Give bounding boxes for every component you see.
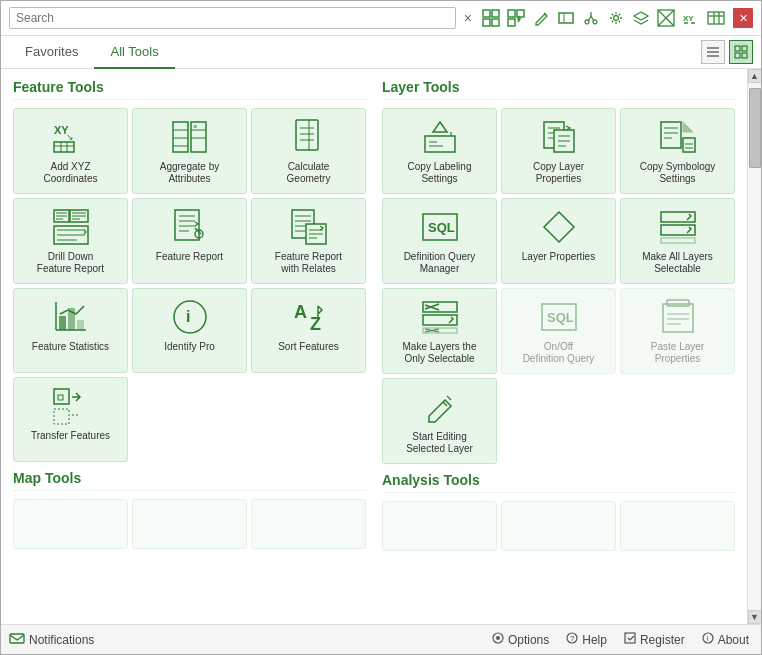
map-tool-placeholder-2[interactable] bbox=[132, 499, 247, 549]
svg-rect-69 bbox=[661, 122, 681, 148]
tool-feature-report-relates[interactable]: Feature Reportwith Relates bbox=[251, 198, 366, 284]
feature-stats-icon bbox=[51, 297, 91, 337]
svg-text:i: i bbox=[706, 634, 708, 643]
aggregate-label: Aggregate byAttributes bbox=[160, 161, 220, 185]
tool-layer-properties[interactable]: Layer Properties bbox=[501, 198, 616, 284]
tab-all-tools[interactable]: All Tools bbox=[94, 36, 174, 69]
svg-rect-63 bbox=[58, 395, 63, 400]
layers-toolbar-icon[interactable] bbox=[630, 7, 652, 29]
analysis-tool-placeholder-3[interactable] bbox=[620, 501, 735, 551]
transfer-features-label: Transfer Features bbox=[31, 430, 110, 442]
scroll-down-arrow[interactable]: ▼ bbox=[748, 610, 762, 624]
cross-toolbar-icon[interactable] bbox=[655, 7, 677, 29]
tool-sort-features[interactable]: A Z Sort Features bbox=[251, 288, 366, 373]
make-only-selectable-label: Make Layers theOnly Selectable bbox=[403, 341, 477, 365]
tool-copy-layer-props[interactable]: Copy LayerProperties bbox=[501, 108, 616, 194]
feature-tools-col: Feature Tools XY ↘ bbox=[13, 79, 366, 559]
make-only-selectable-icon bbox=[420, 297, 460, 337]
svg-rect-33 bbox=[173, 122, 188, 152]
svg-rect-6 bbox=[508, 19, 515, 26]
notifications-label[interactable]: Notifications bbox=[29, 633, 94, 647]
paste-layer-props-label: Paste LayerProperties bbox=[651, 341, 704, 365]
layer-tools-col: Layer Tools bbox=[382, 79, 735, 559]
scissors-toolbar-icon[interactable] bbox=[580, 7, 602, 29]
paste-layer-props-icon bbox=[658, 297, 698, 337]
svg-rect-7 bbox=[559, 13, 573, 23]
svg-rect-89 bbox=[625, 633, 635, 643]
copy-symbology-icon bbox=[658, 117, 698, 157]
copy-labeling-icon bbox=[420, 117, 460, 157]
scroll-area: Feature Tools XY ↘ bbox=[1, 69, 747, 624]
search-input[interactable] bbox=[9, 7, 456, 29]
tool-transfer-features[interactable]: Transfer Features bbox=[13, 377, 128, 462]
make-all-selectable-label: Make All LayersSelectable bbox=[642, 251, 713, 275]
grid-toolbar-icon[interactable] bbox=[480, 7, 502, 29]
tool-identify-pro[interactable]: i Identify Pro bbox=[132, 288, 247, 373]
svg-text:i: i bbox=[186, 308, 190, 325]
table-toolbar-icon[interactable] bbox=[705, 7, 727, 29]
lightning-toolbar-icon[interactable] bbox=[505, 7, 527, 29]
title-bar: × bbox=[1, 1, 761, 36]
feature-report-label: Feature Report bbox=[156, 251, 223, 263]
analysis-tool-placeholder-1[interactable] bbox=[382, 501, 497, 551]
xy-toolbar-icon[interactable]: XY bbox=[680, 7, 702, 29]
map-tool-placeholder-1[interactable] bbox=[13, 499, 128, 549]
svg-rect-24 bbox=[742, 46, 747, 51]
map-tool-placeholder-3[interactable] bbox=[251, 499, 366, 549]
tool-make-only-selectable[interactable]: Make Layers theOnly Selectable bbox=[382, 288, 497, 374]
tool-feature-stats[interactable]: Feature Statistics bbox=[13, 288, 128, 373]
grid-view-button[interactable] bbox=[729, 40, 753, 64]
pencil-toolbar-icon[interactable] bbox=[530, 7, 552, 29]
tool-copy-symbology[interactable]: Copy SymbologySettings bbox=[620, 108, 735, 194]
svg-marker-70 bbox=[683, 122, 693, 132]
svg-rect-55 bbox=[59, 316, 66, 330]
svg-point-11 bbox=[614, 16, 619, 21]
tool-feature-report[interactable]: Feature Report bbox=[132, 198, 247, 284]
definition-query-label: Definition QueryManager bbox=[404, 251, 476, 275]
scrollbar[interactable]: ▲ ▼ bbox=[747, 69, 761, 624]
onoff-definition-label: On/OffDefinition Query bbox=[523, 341, 595, 365]
svg-text:A: A bbox=[294, 302, 307, 322]
help-button[interactable]: ? Help bbox=[561, 629, 611, 650]
settings-toolbar-icon[interactable] bbox=[605, 7, 627, 29]
tool-drill-down[interactable]: Drill DownFeature Report bbox=[13, 198, 128, 284]
tab-favorites[interactable]: Favorites bbox=[9, 36, 94, 69]
bottom-actions: Options ? Help Register bbox=[487, 629, 753, 650]
tool-aggregate[interactable]: ≡ Aggregate byAttributes bbox=[132, 108, 247, 194]
feature-report-icon bbox=[170, 207, 210, 247]
main-content: Feature Tools XY ↘ bbox=[1, 69, 761, 624]
rect-toolbar-icon[interactable] bbox=[555, 7, 577, 29]
tool-make-all-selectable[interactable]: Make All LayersSelectable bbox=[620, 198, 735, 284]
svg-rect-25 bbox=[735, 53, 740, 58]
about-button[interactable]: i About bbox=[697, 629, 753, 650]
svg-rect-83 bbox=[663, 304, 693, 332]
tool-definition-query[interactable]: SQL Definition QueryManager bbox=[382, 198, 497, 284]
tool-start-editing[interactable]: Start EditingSelected Layer bbox=[382, 378, 497, 464]
tool-calc-geometry[interactable]: CalculateGeometry bbox=[251, 108, 366, 194]
svg-text:Z: Z bbox=[310, 314, 321, 334]
svg-rect-16 bbox=[708, 12, 724, 24]
copy-symbology-label: Copy SymbologySettings bbox=[640, 161, 716, 185]
notifications-section: Notifications bbox=[9, 632, 94, 647]
scroll-thumb[interactable] bbox=[749, 88, 761, 168]
close-button[interactable]: ✕ bbox=[733, 8, 753, 28]
calc-geometry-icon bbox=[289, 117, 329, 157]
options-button[interactable]: Options bbox=[487, 629, 553, 650]
svg-rect-77 bbox=[423, 302, 457, 312]
tool-add-xyz[interactable]: XY ↘ Add XYZCoordinates bbox=[13, 108, 128, 194]
register-button[interactable]: Register bbox=[619, 629, 689, 650]
definition-query-icon: SQL bbox=[420, 207, 460, 247]
scroll-up-arrow[interactable]: ▲ bbox=[748, 69, 762, 83]
tool-paste-layer-props: Paste LayerProperties bbox=[620, 288, 735, 374]
tool-copy-labeling[interactable]: Copy LabelingSettings bbox=[382, 108, 497, 194]
scroll-track[interactable] bbox=[748, 83, 761, 610]
about-label: About bbox=[718, 633, 749, 647]
start-editing-icon bbox=[420, 387, 460, 427]
svg-rect-64 bbox=[54, 409, 69, 424]
map-tools-title: Map Tools bbox=[13, 470, 366, 491]
layer-tools-title: Layer Tools bbox=[382, 79, 735, 100]
list-view-button[interactable] bbox=[701, 40, 725, 64]
analysis-tool-placeholder-2[interactable] bbox=[501, 501, 616, 551]
svg-text:SQL: SQL bbox=[547, 310, 574, 325]
clear-search-button[interactable]: × bbox=[462, 10, 474, 26]
